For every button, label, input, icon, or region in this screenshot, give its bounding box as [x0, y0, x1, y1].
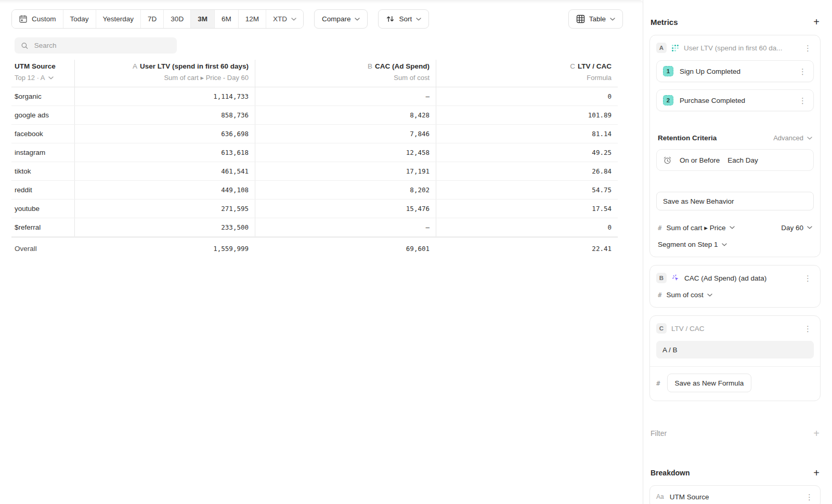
column-header-c[interactable]: CLTV / CAC Formula — [436, 60, 618, 87]
compare-label: Compare — [322, 15, 351, 23]
kebab-menu-icon[interactable]: ⋮ — [797, 68, 809, 75]
cell-value-a: 636,698 — [74, 125, 255, 143]
day-window-dropdown[interactable]: Day 60 — [781, 224, 812, 232]
kebab-menu-icon[interactable]: ⋮ — [802, 325, 814, 333]
aggregation-property-dropdown[interactable]: Sum of cost — [667, 291, 712, 299]
retention-criteria-selector[interactable]: On or Before Each Day — [656, 149, 814, 171]
kebab-menu-icon[interactable]: ⋮ — [797, 97, 809, 104]
row-label: youtube — [11, 205, 74, 213]
step-number-badge: 2 — [663, 95, 673, 105]
cell-value-b: 7,846 — [255, 125, 436, 143]
column-title: CAC (Ad Spend) — [375, 62, 430, 70]
breakdown-title: Breakdown — [651, 469, 690, 477]
table-row[interactable]: youtube 271,595 15,476 17.54 — [11, 200, 618, 218]
date-range-30d[interactable]: 30D — [164, 10, 191, 28]
save-as-new-formula-button[interactable]: Save as New Formula — [667, 374, 752, 392]
overall-label: Overall — [11, 245, 74, 253]
chevron-down-icon — [416, 18, 421, 21]
save-as-new-behavior-button[interactable]: Save as New Behavior — [656, 192, 814, 210]
cell-value-c: 54.75 — [436, 181, 618, 199]
table-row[interactable]: google ads 858,736 8,428 101.89 — [11, 106, 618, 125]
breakdown-item-utm-source[interactable]: Aa UTM Source ⋮ — [649, 485, 821, 504]
column-subtitle: Formula — [436, 74, 612, 82]
row-label: tiktok — [11, 167, 74, 175]
search-field[interactable] — [15, 37, 177, 54]
aggregation-property-dropdown[interactable]: Sum of cart ▸ Price — [667, 223, 735, 232]
table-grid-icon — [576, 15, 585, 23]
date-range-yesterday[interactable]: Yesterday — [96, 10, 141, 28]
metric-a-header[interactable]: A User LTV (spend in first 60 da... ⋮ — [656, 43, 814, 53]
metric-c-header[interactable]: C LTV / CAC ⋮ — [656, 323, 814, 334]
chevron-down-icon — [355, 18, 360, 21]
date-range-custom[interactable]: Custom — [12, 10, 63, 28]
table-row[interactable]: reddit 449,108 8,202 54.75 — [11, 181, 618, 200]
column-header-b[interactable]: BCAC (Ad Spend) Sum of cost — [255, 60, 436, 87]
segment-on-step-dropdown[interactable]: Segment on Step 1 — [658, 241, 812, 248]
formula-input[interactable]: A / B — [656, 341, 814, 359]
metric-card-a: A User LTV (spend in first 60 da... ⋮ 1 … — [649, 35, 821, 257]
row-header-subtitle: Top 12 · A — [15, 74, 45, 82]
cell-value-a: 858,736 — [74, 106, 255, 124]
query-builder-panel: Metrics + A User LTV (spend in first 60 … — [643, 0, 832, 504]
date-range-12m[interactable]: 12M — [239, 10, 266, 28]
table-row[interactable]: tiktok 461,541 17,191 26.84 — [11, 162, 618, 181]
add-breakdown-button[interactable]: + — [813, 468, 820, 478]
add-metric-button[interactable]: + — [813, 17, 820, 27]
criteria-window: Each Day — [727, 156, 758, 164]
table-row[interactable]: instagram 613,618 12,458 49.25 — [11, 143, 618, 162]
sort-button[interactable]: Sort — [378, 9, 429, 29]
date-range-3m-selected[interactable]: 3M — [191, 10, 215, 28]
compare-button[interactable]: Compare — [314, 9, 368, 29]
view-type-button[interactable]: Table — [568, 9, 623, 29]
metric-b-header[interactable]: B CAC (Ad Spend) (ad data) ⋮ — [656, 273, 814, 283]
step-event-label: Sign Up Completed — [680, 68, 791, 75]
overall-value-a: 1,559,999 — [74, 237, 255, 260]
table-header-row: UTM Source Top 12 · A AUser LTV (spend i… — [11, 60, 618, 87]
date-range-segmented-control: Custom Today Yesterday 7D 30D 3M 6M 12M … — [11, 9, 304, 29]
date-range-today[interactable]: Today — [63, 10, 96, 28]
date-range-xtd[interactable]: XTD — [266, 10, 303, 28]
date-range-7d[interactable]: 7D — [141, 10, 164, 28]
funnel-step-1[interactable]: 1 Sign Up Completed ⋮ — [656, 60, 814, 82]
column-letter: A — [133, 62, 137, 70]
filter-section-header: Filter + — [649, 428, 821, 439]
formula-text: A / B — [662, 346, 678, 354]
step-number-badge: 1 — [663, 66, 673, 76]
chevron-down-icon — [610, 18, 615, 21]
column-title: LTV / CAC — [578, 62, 612, 70]
row-header-limit-dropdown[interactable]: Top 12 · A — [15, 74, 54, 82]
metric-letter-badge: B — [656, 273, 667, 283]
string-property-icon: Aa — [656, 493, 664, 500]
metric-letter-badge: C — [656, 323, 667, 334]
date-range-label: 6M — [222, 15, 231, 23]
date-range-label: Yesterday — [103, 15, 134, 23]
search-icon — [21, 42, 29, 50]
table-row[interactable]: facebook 636,698 7,846 81.14 — [11, 125, 618, 143]
cell-value-a: 613,618 — [74, 143, 255, 162]
segment-label: Segment on Step 1 — [658, 241, 718, 248]
cell-value-c: 81.14 — [436, 125, 618, 143]
column-letter: B — [368, 62, 372, 70]
kebab-menu-icon[interactable]: ⋮ — [804, 493, 815, 501]
metrics-header: Metrics + — [649, 17, 821, 27]
retention-metric-icon — [671, 44, 679, 52]
date-range-label: 30D — [171, 15, 184, 23]
add-filter-button[interactable]: + — [813, 428, 820, 439]
row-label: reddit — [11, 186, 74, 194]
cell-value-a: 1,114,733 — [74, 87, 255, 105]
kebab-menu-icon[interactable]: ⋮ — [802, 274, 814, 282]
date-range-label: Today — [70, 15, 89, 23]
date-range-label: 12M — [245, 15, 259, 23]
search-input[interactable] — [33, 41, 171, 50]
retention-criteria-title: Retention Criteria — [658, 134, 717, 142]
date-range-6m[interactable]: 6M — [215, 10, 239, 28]
chevron-down-icon — [707, 294, 712, 297]
column-header-a[interactable]: AUser LTV (spend in first 60 days) Sum o… — [74, 60, 255, 87]
kebab-menu-icon[interactable]: ⋮ — [802, 44, 814, 52]
funnel-step-2[interactable]: 2 Purchase Completed ⋮ — [656, 89, 814, 111]
column-subtitle: Sum of cost — [255, 74, 430, 82]
breakdown-section-header: Breakdown + — [649, 468, 821, 478]
table-row[interactable]: $referral 233,500 – 0 — [11, 218, 618, 237]
advanced-dropdown[interactable]: Advanced — [773, 134, 812, 142]
table-row[interactable]: $organic 1,114,733 – 0 — [11, 87, 618, 106]
